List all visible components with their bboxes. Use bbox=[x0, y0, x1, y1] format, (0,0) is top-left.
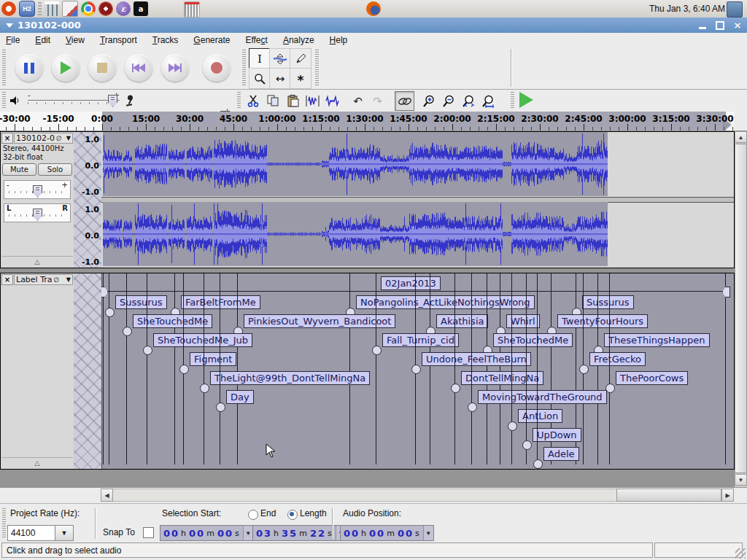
transport-toolbar-grip[interactable] bbox=[2, 50, 6, 86]
label-box[interactable]: TwentyFourHours bbox=[557, 314, 648, 328]
range-label-line[interactable] bbox=[103, 291, 725, 292]
label-box[interactable]: AntLion bbox=[518, 409, 562, 423]
selection-toolbar-grip[interactable] bbox=[2, 508, 6, 539]
output-volume-thumb[interactable] bbox=[108, 95, 117, 107]
menu-tracks[interactable]: Tracks bbox=[152, 35, 179, 45]
label-box[interactable]: TheseThingsHappen bbox=[604, 333, 710, 347]
zoom-in-button[interactable] bbox=[419, 91, 438, 111]
scroll-right-button[interactable]: ▶ bbox=[721, 489, 734, 502]
draw-tool[interactable] bbox=[290, 48, 311, 69]
label-box[interactable]: FarBeltFromMe bbox=[181, 295, 260, 309]
label-box[interactable]: FretGecko bbox=[589, 352, 646, 366]
label-handle[interactable] bbox=[372, 346, 382, 355]
resize-grip[interactable] bbox=[735, 548, 746, 559]
redo-button[interactable]: ↷ bbox=[368, 91, 387, 111]
time-digits[interactable]: 35 bbox=[282, 528, 298, 539]
snap-to-checkbox[interactable] bbox=[143, 527, 154, 538]
zoom-out-button[interactable] bbox=[438, 91, 458, 111]
time-digits[interactable]: 00 bbox=[163, 528, 179, 539]
mute-button[interactable]: Mute bbox=[2, 163, 36, 176]
menu-analyze[interactable]: Analyze bbox=[283, 35, 314, 45]
label-stem[interactable] bbox=[511, 273, 512, 464]
time-digits[interactable]: 22 bbox=[310, 528, 326, 539]
label-handle[interactable] bbox=[143, 346, 152, 355]
range-label-handle[interactable] bbox=[101, 287, 108, 298]
label-box[interactable]: Day bbox=[226, 390, 254, 404]
label-box[interactable]: SheTouchedMe bbox=[133, 314, 212, 328]
label-stem[interactable] bbox=[609, 273, 610, 464]
label-stem[interactable] bbox=[376, 273, 376, 464]
envelope-tool[interactable] bbox=[269, 48, 291, 69]
scroll-left-button[interactable]: ◀ bbox=[101, 489, 113, 502]
waveform-channel-right[interactable] bbox=[101, 202, 734, 266]
time-field-dropdown-icon[interactable]: ▼ bbox=[423, 526, 433, 540]
label-box[interactable]: MovingTowardTheGround bbox=[478, 390, 607, 404]
range-label-box[interactable]: 02Jan2013 bbox=[381, 276, 441, 290]
length-radio[interactable] bbox=[287, 510, 298, 520]
pan-thumb[interactable] bbox=[33, 209, 42, 221]
label-stem[interactable] bbox=[220, 273, 220, 464]
label-stem[interactable] bbox=[526, 273, 527, 464]
label-handle[interactable] bbox=[508, 421, 517, 431]
emacs-icon[interactable]: ε bbox=[116, 1, 131, 16]
sync-lock-button[interactable] bbox=[395, 91, 414, 111]
skip-end-button[interactable] bbox=[161, 54, 189, 82]
label-stem[interactable] bbox=[500, 273, 500, 464]
close-button[interactable]: × bbox=[732, 20, 743, 31]
disc-burner-icon[interactable] bbox=[98, 1, 113, 16]
zoom-tool[interactable] bbox=[249, 68, 271, 89]
gain-slider[interactable]: - + bbox=[4, 180, 71, 199]
meter-toolbar-grip[interactable] bbox=[315, 50, 319, 86]
silence-audio-button[interactable] bbox=[322, 91, 342, 111]
label-box[interactable]: Sussurus bbox=[582, 295, 634, 309]
solo-button[interactable]: Solo bbox=[38, 163, 72, 176]
label-handle[interactable] bbox=[522, 440, 532, 450]
menu-generate[interactable]: Generate bbox=[193, 35, 230, 45]
label-box[interactable]: Akathisia bbox=[436, 314, 488, 328]
label-area[interactable]: 02Jan2013SussurusFarBeltFromMeNoPangolin… bbox=[101, 273, 734, 469]
label-box[interactable]: Sussurus bbox=[115, 295, 167, 309]
record-button[interactable] bbox=[203, 54, 231, 82]
label-handle[interactable] bbox=[200, 384, 209, 393]
label-stem[interactable] bbox=[454, 273, 455, 464]
time-digits[interactable]: 00 bbox=[217, 528, 233, 539]
label-stem[interactable] bbox=[725, 273, 726, 464]
label-menu-dropdown-icon[interactable]: ▼ bbox=[66, 276, 71, 283]
label-stem[interactable] bbox=[597, 273, 598, 464]
cut-button[interactable] bbox=[244, 91, 263, 111]
label-stem[interactable] bbox=[237, 273, 238, 464]
label-box[interactable]: Figment bbox=[190, 352, 236, 366]
label-box[interactable]: DontTellMingNa bbox=[461, 371, 543, 385]
fit-selection-button[interactable] bbox=[458, 91, 478, 111]
timeline-ruler[interactable]: -30:00-15:000:0015:0030:0045:001:00:001:… bbox=[0, 112, 734, 131]
window-titlebar[interactable]: 130102-000 × bbox=[0, 18, 747, 33]
time-field-dropdown-icon[interactable]: ▼ bbox=[243, 526, 253, 540]
spring-toy-icon[interactable] bbox=[184, 1, 200, 18]
time-digits[interactable]: 00 bbox=[189, 528, 205, 539]
paste-button[interactable] bbox=[283, 91, 303, 111]
label-handle[interactable] bbox=[179, 365, 189, 374]
label-handle[interactable] bbox=[468, 402, 477, 412]
menu-transport[interactable]: Transport bbox=[100, 35, 137, 45]
menu-view[interactable]: View bbox=[66, 35, 85, 45]
scroll-down-button[interactable]: ▼ bbox=[735, 474, 747, 486]
time-digits[interactable]: 00 bbox=[398, 528, 414, 539]
range-label-handle[interactable] bbox=[722, 287, 730, 298]
label-stem[interactable] bbox=[487, 273, 487, 464]
transcription-toolbar-grip[interactable] bbox=[511, 92, 514, 109]
vertical-scroll-thumb[interactable] bbox=[735, 144, 747, 473]
minimize-button[interactable] bbox=[697, 20, 708, 31]
label-handle[interactable] bbox=[105, 308, 115, 317]
label-box[interactable]: UpDown bbox=[533, 428, 581, 442]
window-shade-icon[interactable] bbox=[6, 23, 13, 28]
firefox-icon[interactable] bbox=[366, 1, 381, 16]
live-icon[interactable]: a bbox=[133, 1, 148, 16]
label-handle[interactable] bbox=[579, 365, 589, 374]
label-box[interactable]: SheTouchedMe bbox=[493, 333, 573, 347]
label-handle[interactable] bbox=[216, 402, 225, 412]
gain-thumb[interactable] bbox=[33, 185, 42, 198]
chart-app-icon[interactable] bbox=[62, 1, 78, 17]
label-track-title[interactable]: Label Tra ∅ ▼ bbox=[14, 274, 73, 285]
waveform-channel-left[interactable] bbox=[101, 132, 734, 196]
label-box[interactable]: Undone_FeelTheBurn bbox=[422, 352, 531, 366]
